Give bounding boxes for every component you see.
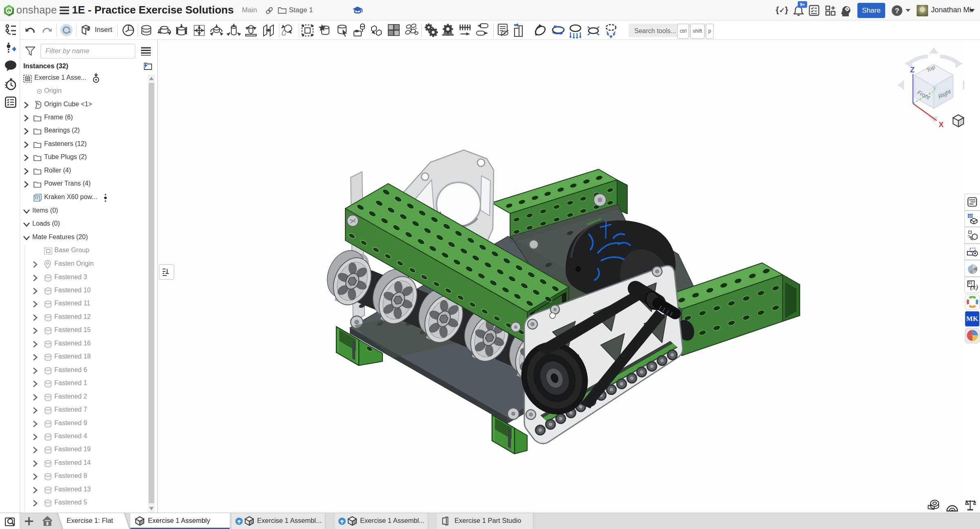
svg-text:(x): (x) xyxy=(970,283,978,291)
svg-text:▸▸: ▸▸ xyxy=(968,234,970,237)
svg-text:?: ? xyxy=(895,7,899,15)
svg-text:X: X xyxy=(939,121,944,129)
svg-text:Y: Y xyxy=(933,85,937,92)
svg-text:Z: Z xyxy=(910,66,915,74)
